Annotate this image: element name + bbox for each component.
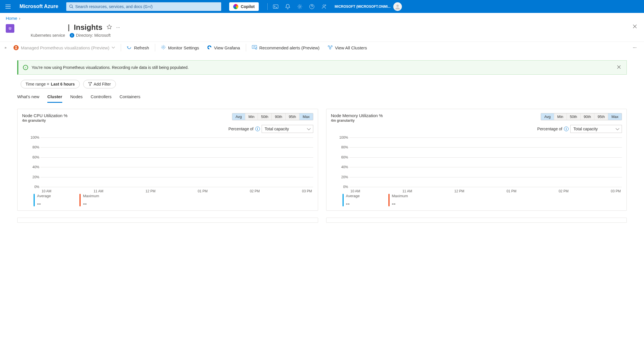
info-icon[interactable]: i — [70, 33, 74, 38]
chevron-right-icon: › — [19, 16, 20, 21]
directory-label: Directory: Microsoft — [76, 33, 111, 38]
monitor-settings-button[interactable]: Monitor Settings — [157, 43, 203, 52]
svg-point-7 — [9, 28, 10, 28]
svg-point-4 — [323, 5, 325, 7]
avatar-icon — [393, 2, 402, 11]
monitor-settings-label: Monitor Settings — [168, 45, 199, 50]
recommended-alerts-label: Recommended alerts (Preview) — [259, 45, 320, 50]
refresh-icon — [127, 45, 132, 51]
global-search-input[interactable]: Search resources, services, and docs (G+… — [66, 2, 221, 11]
view-all-clusters-button[interactable]: View All Clusters — [324, 43, 371, 52]
recommended-alerts-button[interactable]: Recommended alerts (Preview) — [248, 43, 324, 52]
prometheus-label: Managed Prometheus visualizations (Previ… — [21, 45, 109, 50]
more-commands-icon[interactable]: ··· — [633, 45, 639, 50]
top-utility-icons — [266, 0, 330, 13]
prometheus-viz-dropdown[interactable]: Managed Prometheus visualizations (Previ… — [9, 43, 119, 52]
view-all-clusters-label: View All Clusters — [335, 45, 367, 50]
expand-sidebar-icon[interactable]: » — [5, 46, 7, 50]
clusters-icon — [328, 45, 333, 51]
favorite-star-icon[interactable] — [106, 24, 112, 31]
svg-point-8 — [10, 28, 11, 28]
copilot-button[interactable]: Copilot — [229, 2, 258, 11]
close-blade-button[interactable] — [631, 23, 638, 31]
alert-icon — [252, 45, 257, 51]
title-separator: | — [68, 23, 70, 32]
account-tenant-label: MICROSOFT (MICROSOFT.ONMI... — [335, 5, 391, 9]
refresh-label: Refresh — [134, 45, 149, 50]
azure-top-bar: Microsoft Azure Search resources, servic… — [0, 0, 644, 13]
breadcrumb: Home › — [0, 13, 644, 22]
settings-gear-icon[interactable] — [294, 0, 306, 13]
refresh-button[interactable]: Refresh — [123, 43, 153, 52]
svg-point-14 — [329, 48, 331, 49]
more-actions-icon[interactable]: ··· — [116, 25, 120, 30]
brand-label[interactable]: Microsoft Azure — [17, 3, 63, 9]
svg-rect-1 — [273, 5, 278, 8]
page-title: Insights — [74, 23, 102, 32]
resource-type-label: Kubernetes service — [31, 33, 65, 38]
command-bar: » Managed Prometheus visualizations (Pre… — [0, 42, 644, 53]
global-nav-menu-button[interactable] — [2, 2, 14, 11]
svg-point-0 — [70, 5, 73, 8]
account-menu[interactable]: MICROSOFT (MICROSOFT.ONMI... — [335, 2, 402, 11]
svg-point-13 — [331, 45, 332, 47]
svg-point-12 — [328, 45, 329, 47]
notifications-icon[interactable] — [282, 0, 293, 13]
chevron-down-icon — [112, 47, 115, 49]
gear-icon — [161, 45, 166, 51]
insights-icon — [6, 24, 14, 33]
cloud-shell-icon[interactable] — [270, 0, 281, 13]
svg-point-5 — [396, 5, 399, 7]
blade-header: | Insights ··· Kubernetes service i Dire… — [0, 22, 644, 40]
prometheus-icon — [13, 45, 19, 50]
svg-point-9 — [163, 47, 164, 48]
copilot-icon — [233, 4, 238, 9]
view-grafana-label: View Grafana — [214, 45, 240, 50]
svg-point-2 — [299, 6, 301, 7]
feedback-icon[interactable] — [318, 0, 330, 13]
view-grafana-button[interactable]: View Grafana — [203, 43, 244, 52]
svg-rect-6 — [8, 27, 12, 30]
grafana-icon — [207, 45, 212, 51]
copilot-label: Copilot — [241, 4, 254, 9]
breadcrumb-home[interactable]: Home — [6, 16, 17, 21]
help-icon[interactable] — [306, 0, 318, 13]
search-placeholder: Search resources, services, and docs (G+… — [75, 4, 153, 9]
